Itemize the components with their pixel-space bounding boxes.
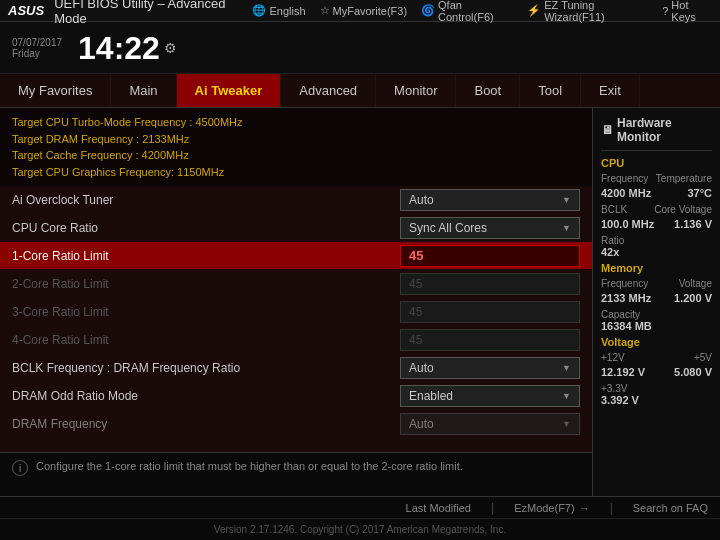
value-3core-ratio: 45: [400, 301, 580, 323]
mem-freq-val-row: 2133 MHz 1.200 V: [601, 292, 712, 306]
setting-4core-ratio: 4-Core Ratio Limit 45: [0, 326, 592, 354]
v5-label: +5V: [694, 352, 712, 363]
time-text: 14:22: [78, 32, 160, 64]
mem-freq-label: Frequency: [601, 278, 648, 289]
v12-value: 12.192 V: [601, 366, 645, 378]
value-bclk-ratio[interactable]: Auto: [400, 357, 580, 379]
setting-dram-odd-ratio[interactable]: DRAM Odd Ratio Mode Enabled: [0, 382, 592, 410]
bclk-label: BCLK: [601, 204, 627, 215]
info-targets: Target CPU Turbo-Mode Frequency : 4500MH…: [0, 108, 592, 186]
tab-exit[interactable]: Exit: [581, 74, 640, 107]
tab-my-favorites[interactable]: My Favorites: [0, 74, 111, 107]
target-cache-freq: Target Cache Frequency : 4200MHz: [12, 147, 580, 164]
label-bclk-ratio: BCLK Frequency : DRAM Frequency Ratio: [12, 361, 400, 375]
label-2core-ratio: 2-Core Ratio Limit: [12, 277, 400, 291]
value-1core-ratio[interactable]: 45: [400, 245, 580, 267]
datetime-left: 07/07/2017 Friday: [12, 37, 62, 59]
hw-monitor-title: 🖥 Hardware Monitor: [601, 114, 712, 151]
bclk-value: 100.0 MHz: [601, 218, 654, 230]
left-content: Target CPU Turbo-Mode Frequency : 4500MH…: [0, 108, 592, 496]
info-icon: i: [12, 460, 28, 476]
ratio-value: 42x: [601, 246, 712, 258]
target-cpu-turbo: Target CPU Turbo-Mode Frequency : 4500MH…: [12, 114, 580, 131]
value-4core-ratio: 45: [400, 329, 580, 351]
label-4core-ratio: 4-Core Ratio Limit: [12, 333, 400, 347]
language-selector[interactable]: 🌐 English: [252, 4, 305, 17]
setting-3core-ratio: 3-Core Ratio Limit 45: [0, 298, 592, 326]
top-bar: ASUS UEFI BIOS Utility – Advanced Mode 🌐…: [0, 0, 720, 22]
setting-1core-ratio[interactable]: 1-Core Ratio Limit 45: [0, 242, 592, 270]
bclk-val-row: 100.0 MHz 1.136 V: [601, 218, 712, 232]
value-cpu-core-ratio[interactable]: Sync All Cores: [400, 217, 580, 239]
tab-ai-tweaker[interactable]: Ai Tweaker: [177, 74, 282, 107]
memory-section-title: Memory: [601, 262, 712, 274]
cpu-freq-label: Frequency: [601, 173, 648, 184]
bclk-label-row: BCLK Core Voltage: [601, 204, 712, 215]
setting-2core-ratio: 2-Core Ratio Limit 45: [0, 270, 592, 298]
v12-label: +12V: [601, 352, 625, 363]
time-settings-icon[interactable]: ⚙: [164, 40, 177, 56]
v33-label: +3.3V: [601, 383, 712, 394]
time-display: 14:22 ⚙: [78, 32, 177, 64]
value-dram-odd-ratio[interactable]: Enabled: [400, 385, 580, 407]
setting-cpu-core-ratio[interactable]: CPU Core Ratio Sync All Cores: [0, 214, 592, 242]
main-layout: Target CPU Turbo-Mode Frequency : 4500MH…: [0, 108, 720, 496]
setting-bclk-ratio[interactable]: BCLK Frequency : DRAM Frequency Ratio Au…: [0, 354, 592, 382]
ez-mode-btn[interactable]: EzMode(F7) →: [514, 502, 590, 514]
top-bar-right: 🌐 English ☆ MyFavorite(F3) 🌀 Qfan Contro…: [252, 0, 712, 23]
value-ai-overclock[interactable]: Auto: [400, 189, 580, 211]
target-cpu-graphics: Target CPU Graphics Frequency: 1150MHz: [12, 164, 580, 181]
label-cpu-core-ratio: CPU Core Ratio: [12, 221, 400, 235]
v5-value: 5.080 V: [674, 366, 712, 378]
label-dram-frequency: DRAM Frequency: [12, 417, 400, 431]
label-ai-overclock: Ai Overclock Tuner: [12, 193, 400, 207]
bottom-bar: Last Modified | EzMode(F7) → | Search on…: [0, 496, 720, 518]
cpu-temp-value: 37°C: [687, 187, 712, 199]
voltage-section-title: Voltage: [601, 336, 712, 348]
mem-voltage-label: Voltage: [679, 278, 712, 289]
info-text: Configure the 1-core ratio limit that mu…: [36, 459, 463, 474]
core-voltage-label: Core Voltage: [654, 204, 712, 215]
my-favorites-btn[interactable]: ☆ MyFavorite(F3): [320, 4, 408, 17]
info-bar: i Configure the 1-core ratio limit that …: [0, 452, 592, 496]
label-1core-ratio: 1-Core Ratio Limit: [12, 249, 400, 263]
last-modified-btn[interactable]: Last Modified: [406, 502, 471, 514]
setting-dram-frequency[interactable]: DRAM Frequency Auto: [0, 410, 592, 438]
setting-ai-overclock[interactable]: Ai Overclock Tuner Auto: [0, 186, 592, 214]
mem-freq-label-row: Frequency Voltage: [601, 278, 712, 289]
mem-freq-value: 2133 MHz: [601, 292, 651, 304]
hot-keys-btn[interactable]: ? Hot Keys: [662, 0, 712, 23]
label-dram-odd-ratio: DRAM Odd Ratio Mode: [12, 389, 400, 403]
cpu-section-title: CPU: [601, 157, 712, 169]
v12-label-row: +12V +5V: [601, 352, 712, 363]
tab-monitor[interactable]: Monitor: [376, 74, 456, 107]
ez-mode-arrow-icon: →: [579, 502, 590, 514]
v33-value: 3.392 V: [601, 394, 712, 406]
cpu-freq-row: Frequency Temperature: [601, 173, 712, 184]
target-dram-freq: Target DRAM Frequency : 2133MHz: [12, 131, 580, 148]
bios-title: UEFI BIOS Utility – Advanced Mode: [54, 0, 252, 26]
tab-boot[interactable]: Boot: [456, 74, 520, 107]
settings-list: Ai Overclock Tuner Auto CPU Core Ratio S…: [0, 186, 592, 452]
ez-tuning-btn[interactable]: ⚡ EZ Tuning Wizard(F11): [527, 0, 648, 23]
version-text: Version 2.17.1246. Copyright (C) 2017 Am…: [214, 524, 506, 535]
tab-advanced[interactable]: Advanced: [281, 74, 376, 107]
datetime-bar: 07/07/2017 Friday 14:22 ⚙: [0, 22, 720, 74]
search-faq-btn[interactable]: Search on FAQ: [633, 502, 708, 514]
tab-tool[interactable]: Tool: [520, 74, 581, 107]
ratio-label: Ratio: [601, 235, 712, 246]
label-3core-ratio: 3-Core Ratio Limit: [12, 305, 400, 319]
tab-main[interactable]: Main: [111, 74, 176, 107]
qfan-btn[interactable]: 🌀 Qfan Control(F6): [421, 0, 513, 23]
monitor-icon: 🖥: [601, 123, 613, 137]
mem-voltage-value: 1.200 V: [674, 292, 712, 304]
version-bar: Version 2.17.1246. Copyright (C) 2017 Am…: [0, 518, 720, 540]
asus-logo: ASUS: [8, 3, 44, 18]
mem-capacity-label: Capacity: [601, 309, 712, 320]
nav-tabs: My Favorites Main Ai Tweaker Advanced Mo…: [0, 74, 720, 108]
value-2core-ratio: 45: [400, 273, 580, 295]
value-dram-frequency[interactable]: Auto: [400, 413, 580, 435]
cpu-freq-value: 4200 MHz: [601, 187, 651, 199]
core-voltage-value: 1.136 V: [674, 218, 712, 230]
separator-1: |: [491, 501, 494, 515]
